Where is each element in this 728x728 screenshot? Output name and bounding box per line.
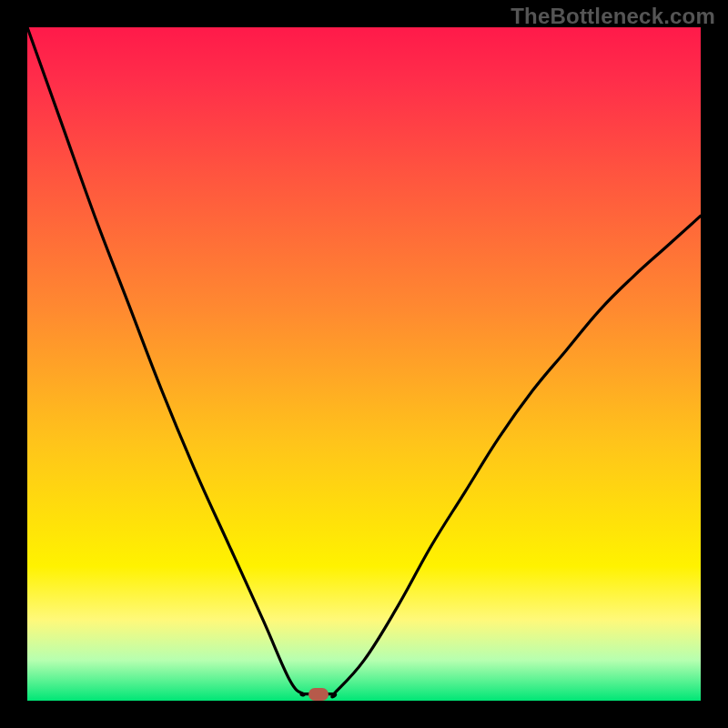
- plot-area: [27, 27, 701, 701]
- optimal-point-marker: [308, 688, 329, 701]
- chart-frame: TheBottleneck.com: [0, 0, 728, 728]
- bottleneck-curve: [27, 27, 701, 701]
- watermark-text: TheBottleneck.com: [511, 4, 715, 29]
